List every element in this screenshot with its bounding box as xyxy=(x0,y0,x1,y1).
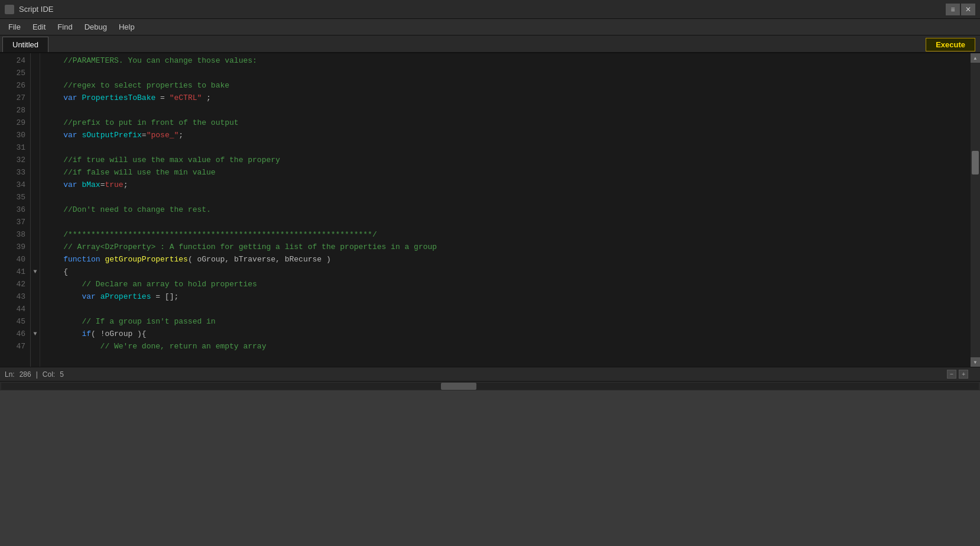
line-number: 31 xyxy=(5,141,25,154)
scroll-thumb[interactable] xyxy=(972,151,979,175)
code-token xyxy=(96,290,100,303)
code-token: //regex to select properties to bake xyxy=(45,79,229,92)
line-number: 41 xyxy=(5,266,25,278)
line-number: 25 xyxy=(5,67,25,79)
title-bar-controls: ≡ ✕ xyxy=(946,4,975,15)
code-line: //regex to select properties to bake xyxy=(45,79,971,92)
line-number: 45 xyxy=(5,315,25,328)
code-token: "eCTRL" xyxy=(170,92,202,104)
title-bar: Script IDE ≡ ✕ xyxy=(0,0,980,19)
menu-help[interactable]: Help xyxy=(113,20,141,34)
menu-debug[interactable]: Debug xyxy=(79,20,113,34)
fold-marker xyxy=(31,241,40,253)
fold-marker xyxy=(31,117,40,129)
code-line xyxy=(45,216,971,228)
scroll-track[interactable] xyxy=(971,63,980,357)
fold-marker[interactable]: ▼ xyxy=(31,328,40,340)
code-line: // Array<DzProperty> : A function for ge… xyxy=(45,241,971,253)
hscroll-thumb[interactable] xyxy=(441,383,476,390)
app-icon xyxy=(5,5,14,14)
zoom-plus-button[interactable]: + xyxy=(959,370,968,379)
code-token: aProperties xyxy=(100,290,151,303)
code-line xyxy=(45,191,971,203)
code-line: { xyxy=(45,266,971,278)
fold-column: ▼▼ xyxy=(31,53,40,367)
zoom-minus-button[interactable]: − xyxy=(947,370,956,379)
code-token: var xyxy=(63,179,77,191)
code-line: // If a group isn't passed in xyxy=(45,315,971,328)
code-token: { xyxy=(45,266,68,278)
close-button[interactable]: ✕ xyxy=(961,4,975,15)
fold-marker[interactable]: ▼ xyxy=(31,266,40,278)
code-token: ( !oGroup ){ xyxy=(91,328,147,340)
fold-marker xyxy=(31,203,40,216)
vertical-scrollbar[interactable]: ▲ ▼ xyxy=(971,53,980,367)
code-line xyxy=(45,67,971,79)
fold-marker xyxy=(31,278,40,290)
fold-marker xyxy=(31,154,40,166)
code-token: = xyxy=(142,129,147,141)
fold-marker xyxy=(31,253,40,266)
code-token: var xyxy=(82,290,95,303)
fold-marker xyxy=(31,191,40,203)
code-token: //prefix to put in front of the output xyxy=(45,117,239,129)
menu-file[interactable]: File xyxy=(2,20,27,34)
title-text: Script IDE xyxy=(19,5,54,14)
line-number: 37 xyxy=(5,216,25,228)
code-token xyxy=(77,129,82,141)
code-line: var bMax=true; xyxy=(45,179,971,191)
scroll-up-button[interactable]: ▲ xyxy=(971,53,980,63)
tab-untitled[interactable]: Untitled xyxy=(2,37,48,52)
fold-marker xyxy=(31,340,40,353)
code-line xyxy=(45,141,971,154)
menu-find[interactable]: Find xyxy=(51,20,78,34)
menu-edit[interactable]: Edit xyxy=(27,20,51,34)
hscroll-track[interactable] xyxy=(1,383,979,390)
code-token: getGroupProperties xyxy=(105,253,187,266)
code-token xyxy=(45,129,63,141)
scroll-down-button[interactable]: ▼ xyxy=(971,357,980,367)
code-token xyxy=(45,179,63,191)
code-line: //Don't need to change the rest. xyxy=(45,203,971,216)
code-area[interactable]: //PARAMETERS. You can change those value… xyxy=(40,53,971,367)
code-line: /***************************************… xyxy=(45,228,971,241)
code-line: if( !oGroup ){ xyxy=(45,328,971,340)
line-number: 29 xyxy=(5,117,25,129)
code-token: //PARAMETERS. You can change those value… xyxy=(45,54,257,67)
fold-marker xyxy=(31,216,40,228)
line-number: 47 xyxy=(5,340,25,353)
line-numbers: 2425262728293031323334353637383940414243… xyxy=(0,53,31,367)
code-token: ; xyxy=(202,92,211,104)
code-token: //if false will use the min value xyxy=(45,166,216,179)
code-token: var xyxy=(63,92,77,104)
code-line: //if false will use the min value xyxy=(45,166,971,179)
ln-value: 286 xyxy=(20,370,31,379)
code-token xyxy=(45,92,63,104)
title-bar-left: Script IDE xyxy=(5,5,54,14)
hamburger-button[interactable]: ≡ xyxy=(946,4,960,15)
line-number: 40 xyxy=(5,253,25,266)
code-line: function getGroupProperties( oGroup, bTr… xyxy=(45,253,971,266)
code-token xyxy=(45,253,63,266)
fold-marker xyxy=(31,303,40,315)
code-token xyxy=(77,92,82,104)
tab-bar: Untitled Execute xyxy=(0,35,980,53)
horizontal-scrollbar[interactable] xyxy=(0,381,980,390)
code-token: if xyxy=(82,328,91,340)
fold-marker xyxy=(31,92,40,104)
line-number: 43 xyxy=(5,290,25,303)
fold-marker xyxy=(31,315,40,328)
code-token: //if true will use the max value of the … xyxy=(45,154,280,166)
fold-marker xyxy=(31,104,40,117)
code-token: PropertiesToBake xyxy=(82,92,155,104)
code-token: sOutputPrefix xyxy=(82,129,141,141)
fold-marker xyxy=(31,228,40,241)
code-line: //prefix to put in front of the output xyxy=(45,117,971,129)
code-token: "pose_" xyxy=(147,129,179,141)
editor-container: 2425262728293031323334353637383940414243… xyxy=(0,53,980,367)
line-number: 42 xyxy=(5,278,25,290)
line-number: 32 xyxy=(5,154,25,166)
code-token: = xyxy=(100,179,105,191)
line-number: 27 xyxy=(5,92,25,104)
execute-button[interactable]: Execute xyxy=(926,38,975,51)
